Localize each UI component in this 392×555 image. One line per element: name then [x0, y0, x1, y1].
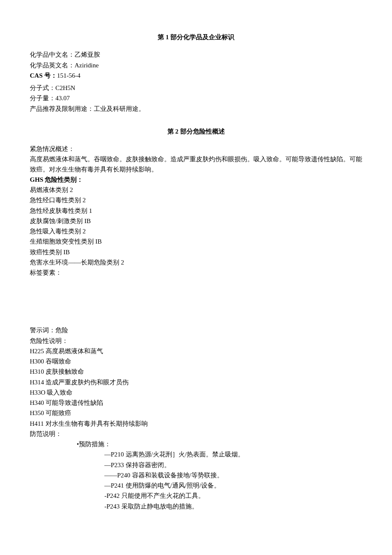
prevention-item: —P233 保持容器密闭。	[30, 460, 362, 470]
pictogram-placeholder	[30, 278, 362, 325]
ghs-item: 易燃液体类别 2	[30, 185, 362, 195]
ghs-item: 危害水生环境——长期危险类别 2	[30, 258, 362, 267]
ghs-item: 皮肤腐蚀/刺激类别 IB	[30, 216, 362, 226]
prevention-item: —P241 使用防爆的电气/通风/照明/设备。	[30, 481, 362, 491]
emergency-label: 紧急情况概述：	[30, 144, 362, 154]
ghs-item: 急性经口毒性类别 2	[30, 195, 362, 205]
label-elements: 标签要素：	[30, 268, 362, 278]
emergency-text: 高度易燃液体和蒸气。吞咽致命。皮肤接触致命。造成严重皮肤灼伤和眼损伤。吸入致命。…	[30, 154, 362, 174]
prevention-item: -P242 只能使用不产生火花的工具。	[30, 491, 362, 501]
chinese-name-value: 乙烯亚胺	[75, 51, 100, 58]
section1-title: 第 1 部分化学品及企业标识	[30, 32, 362, 42]
hazard-item: H314 造成严重皮肤灼伤和眼才员伤	[30, 378, 362, 387]
hazard-item: H300 吞咽致命	[30, 357, 362, 366]
mw-line: 分子量：43.07	[30, 93, 362, 103]
prevention-item: -P243 采取防止静电放电的措施。	[30, 502, 362, 511]
hazard-item: H340 可能导致遗传性缺陷	[30, 398, 362, 408]
ghs-label-text: GHS 危险性类别：	[30, 176, 83, 183]
hazard-item: H310 皮肤接触致命	[30, 367, 362, 377]
ghs-label: GHS 危险性类别：	[30, 175, 362, 185]
signal-line: 警示词：危险	[30, 325, 362, 335]
formula-line: 分子式：C2H5N	[30, 83, 362, 93]
ghs-item: 急性吸入毒性类别 2	[30, 227, 362, 236]
hazard-item: H225 高度易燃液体和蒸气	[30, 346, 362, 356]
prevention-subheading: •预防措施：	[30, 439, 362, 449]
use-label: 产品推荐及限制用途：	[30, 105, 94, 112]
english-name-line: 化学品英文名：Aziridine	[30, 61, 362, 70]
use-line: 产品推荐及限制用途：工业及科研用途。	[30, 104, 362, 114]
english-name-value: Aziridine	[75, 62, 99, 69]
english-name-label: 化学品英文名：	[30, 62, 75, 69]
mw-value: 43.07	[55, 95, 70, 102]
section2-title: 第 2 部分危险性概述	[30, 127, 362, 137]
hazard-statement-label: 危险性说明：	[30, 336, 362, 346]
hazard-item: H33O 吸入致命	[30, 388, 362, 398]
chinese-name-line: 化学品中文名：乙烯亚胺	[30, 50, 362, 60]
ghs-item: 致癌性类别 IB	[30, 247, 362, 257]
prevention-item: ——P240 容器和装载设备接地/等势联接。	[30, 471, 362, 480]
prevention-label: 防范说明：	[30, 429, 362, 439]
ghs-item: 生殖细胞致突变性类别 IB	[30, 237, 362, 247]
ghs-item: 急性经皮肤毒性类别 1	[30, 206, 362, 216]
signal-value: 危险	[55, 327, 68, 334]
formula-label: 分子式：	[30, 84, 55, 91]
hazard-item: H350 可能致癌	[30, 408, 362, 418]
use-value: 工业及科研用途。	[94, 105, 145, 112]
cas-label: CAS 号：	[30, 72, 57, 79]
chinese-name-label: 化学品中文名：	[30, 51, 75, 58]
cas-line: CAS 号：151-56-4	[30, 71, 362, 81]
signal-label: 警示词：	[30, 327, 55, 334]
formula-value: C2H5N	[55, 84, 75, 91]
mw-label: 分子量：	[30, 95, 55, 102]
hazard-item: H411 对水生生物有毒并具有长期持续影响	[30, 419, 362, 429]
prevention-item: —P210 远离热源/火花刑］火/热表面。禁止吸烟。	[30, 450, 362, 459]
cas-value: 151-56-4	[57, 72, 81, 79]
